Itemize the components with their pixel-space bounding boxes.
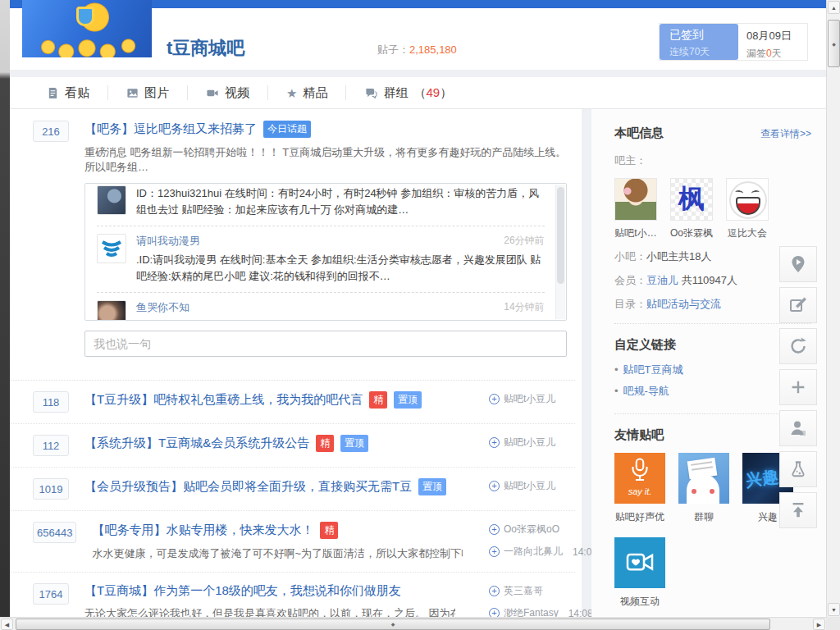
scroll-right-arrow[interactable]: ▶ bbox=[813, 619, 825, 630]
tile-caption: say it. bbox=[628, 486, 652, 496]
vertical-scrollbar-thumb[interactable]: ◆ bbox=[828, 20, 840, 67]
author-icon: + bbox=[489, 437, 500, 448]
replier-icon: + bbox=[489, 546, 500, 557]
thread-row: 1764 【T豆商城】作为第一个18级的吧友，我想说和你们做朋友 无论大家怎么评… bbox=[10, 573, 575, 617]
author-icon: + bbox=[489, 524, 500, 535]
topic-badge[interactable]: 今日话题 bbox=[263, 121, 311, 138]
member-link[interactable]: 豆油儿 bbox=[646, 274, 678, 286]
avatar[interactable] bbox=[97, 300, 126, 321]
comment-text: 第 4 5 条 简直不能忍 bbox=[136, 318, 545, 321]
video-icon bbox=[206, 87, 219, 99]
owner-avatar[interactable] bbox=[614, 178, 657, 221]
member-button[interactable] bbox=[779, 410, 817, 446]
owner-avatar[interactable]: 枫 bbox=[670, 178, 713, 221]
author-icon: + bbox=[489, 394, 500, 404]
thread-title[interactable]: 【T豆升级】吧特权礼包重磅上线，我为我的吧代言 bbox=[84, 392, 363, 408]
star-icon: ★ bbox=[286, 87, 297, 99]
person-icon bbox=[788, 418, 808, 438]
thread-author[interactable]: 贴吧t小豆儿 bbox=[504, 436, 555, 450]
thread-title[interactable]: 【T豆商城】作为第一个18级的吧友，我想说和你们做朋友 bbox=[84, 583, 401, 599]
posts-counter: 贴子：2,185,180 bbox=[377, 43, 457, 57]
friend-name: 群聊 bbox=[678, 510, 729, 524]
header-divider bbox=[10, 70, 826, 77]
thread-title[interactable]: 【会员升级预告】贴吧会员即将全面升级，直接购买无需T豆 bbox=[84, 479, 412, 495]
tab-group[interactable]: 群组（49） bbox=[346, 85, 470, 100]
vertical-scrollbar[interactable]: ▲ ◆ ▼ bbox=[826, 0, 840, 617]
tab-image[interactable]: 图片 bbox=[108, 85, 188, 100]
flask-icon bbox=[789, 460, 807, 478]
owner-name: Oo张霖枫 bbox=[670, 226, 713, 240]
lab-button[interactable] bbox=[779, 451, 817, 487]
forum-avatar[interactable] bbox=[22, 0, 152, 57]
forum-owner[interactable]: 枫 Oo张霖枫 bbox=[670, 178, 713, 240]
thread-title[interactable]: 【系统升级】T豆商城&会员系统升级公告 bbox=[84, 436, 309, 451]
friend-forum[interactable]: 视频互动 bbox=[614, 537, 665, 609]
avatar-glyph: 枫 bbox=[678, 181, 705, 217]
avatar[interactable] bbox=[97, 234, 126, 263]
add-button[interactable] bbox=[779, 369, 817, 405]
thread-replier[interactable]: 一路向北鼻儿 bbox=[504, 545, 563, 559]
comment-user[interactable]: 鱼哭你不知 bbox=[136, 300, 189, 315]
thread-title[interactable]: 【吧务】逗比吧务组又来招募了 bbox=[84, 121, 257, 137]
signin-widget: 已签到 连续70天 08月09日 漏签0天 bbox=[659, 23, 808, 61]
signin-button[interactable]: 已签到 连续70天 bbox=[660, 24, 738, 60]
custom-link[interactable]: 贴吧T豆商城 bbox=[623, 363, 683, 376]
refresh-icon bbox=[788, 336, 808, 356]
signin-info: 08月09日 漏签0天 bbox=[738, 24, 807, 60]
pinned-thread: 216 【吧务】逗比吧务组又来招募了 今日话题 重磅消息 吧务组新一轮招聘开始啦… bbox=[10, 109, 582, 367]
comment-time: 26分钟前 bbox=[504, 234, 544, 249]
scrollbar-corner bbox=[826, 617, 840, 630]
reply-count: 118 bbox=[33, 391, 69, 413]
forum-owner[interactable]: 贴吧t小… bbox=[614, 178, 657, 240]
comments-panel: ID：123hui321hui 在线时间：有时24小时，有时24秒钟 参加组织：… bbox=[84, 183, 567, 321]
microphone-icon bbox=[626, 456, 654, 486]
friend-name: 贴吧好声优 bbox=[614, 510, 665, 524]
scroll-up-arrow[interactable]: ▲ bbox=[828, 1, 840, 14]
horizontal-scrollbar[interactable]: ◀ ◆ ▶ bbox=[0, 617, 826, 630]
refresh-button[interactable] bbox=[779, 328, 817, 364]
thread-preview: 重磅消息 吧务组新一轮招聘开始啦！！！ T豆商城启动重大升级，将有更多有趣好玩的… bbox=[84, 145, 573, 175]
friend-forum[interactable]: 群聊 bbox=[678, 453, 729, 524]
featured-badge: 精 bbox=[316, 435, 334, 452]
forum-owner[interactable]: 逗比大会 bbox=[726, 178, 769, 240]
scroll-left-arrow[interactable]: ◀ bbox=[1, 619, 13, 630]
thread-replier[interactable]: 渺绝Fantasy bbox=[504, 606, 559, 617]
view-details-link[interactable]: 查看详情>> bbox=[760, 127, 811, 141]
directory-link[interactable]: 贴吧活动与交流 bbox=[646, 298, 721, 310]
thread-author[interactable]: Oo张霖枫oO bbox=[504, 523, 559, 536]
comments-scrollbar[interactable] bbox=[555, 185, 565, 319]
reply-count: 1764 bbox=[33, 583, 69, 605]
tab-read[interactable]: 看贴 bbox=[29, 85, 108, 100]
avatar[interactable] bbox=[97, 185, 126, 215]
tab-featured[interactable]: ★ 精品 bbox=[268, 85, 346, 100]
comment-item: 鱼哭你不知 14分钟前 第 4 5 条 简直不能忍 bbox=[97, 293, 545, 321]
back-to-top-button[interactable] bbox=[779, 492, 817, 528]
thread-list: 216 【吧务】逗比吧务组又来招募了 今日话题 重磅消息 吧务组新一轮招聘开始啦… bbox=[10, 109, 582, 616]
thread-author[interactable]: 贴吧t小豆儿 bbox=[504, 479, 555, 493]
scroll-down-arrow[interactable]: ▼ bbox=[828, 603, 840, 616]
pin-play-button[interactable] bbox=[779, 246, 817, 282]
browser-page: t豆商城吧 贴子：2,185,180 已签到 连续70天 08月09日 漏签0天… bbox=[10, 0, 826, 617]
thread-author[interactable]: 贴吧t小豆儿 bbox=[504, 392, 555, 406]
custom-link[interactable]: 吧规-导航 bbox=[623, 385, 669, 397]
comment-user[interactable]: 请叫我动漫男 bbox=[136, 234, 200, 249]
pin-play-icon bbox=[788, 254, 808, 274]
thread-title[interactable]: 【吧务专用】水贴专用楼，快来发大水！ bbox=[92, 523, 313, 538]
sidebar-info-title: 本吧信息 bbox=[614, 126, 664, 141]
horizontal-scrollbar-thumb[interactable]: ◆ bbox=[16, 619, 770, 630]
bullet-icon: • bbox=[614, 363, 619, 376]
friend-name: 视频互动 bbox=[614, 595, 665, 609]
owner-avatar[interactable] bbox=[726, 178, 769, 221]
tile-caption: 兴趣 bbox=[744, 465, 779, 491]
tab-video[interactable]: 视频 bbox=[188, 85, 268, 100]
scrollbar-thumb[interactable] bbox=[557, 187, 564, 284]
compose-button[interactable] bbox=[779, 287, 817, 323]
comment-item: ID：123hui321hui 在线时间：有时24小时，有时24秒钟 参加组织：… bbox=[97, 183, 545, 226]
thread-author[interactable]: 英三嘉哥 bbox=[504, 584, 543, 598]
author-icon: + bbox=[489, 586, 500, 596]
group-count: （49） bbox=[413, 85, 452, 101]
friend-forum[interactable]: say it. 贴吧好声优 bbox=[614, 453, 665, 524]
reply-input[interactable] bbox=[84, 331, 567, 357]
chat-bubbles-icon bbox=[364, 87, 377, 99]
shield-icon bbox=[76, 7, 94, 26]
